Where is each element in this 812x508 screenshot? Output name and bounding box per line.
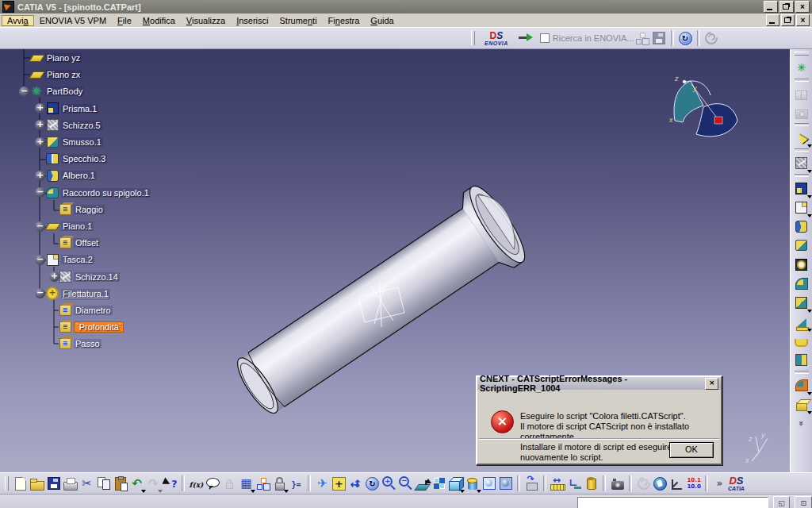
capture-camera-button[interactable] xyxy=(609,475,626,492)
measure-item-button[interactable] xyxy=(566,475,583,492)
error-dialog-title-bar[interactable]: CNEXT - CATScriptErrorMessages - Scripti… xyxy=(477,377,721,390)
tree-expander-collapse[interactable]: − xyxy=(35,187,45,198)
comment-button[interactable] xyxy=(205,475,221,492)
close-button[interactable]: × xyxy=(795,1,810,13)
draft-icon[interactable] xyxy=(792,312,811,331)
menu-avvia[interactable]: Avvia xyxy=(2,15,34,26)
tree-item[interactable]: Raggio xyxy=(74,202,105,217)
globe-navigation-button[interactable] xyxy=(652,475,668,492)
tree-item[interactable]: `Profondità` xyxy=(74,320,124,334)
tree-expander-expand[interactable]: + xyxy=(35,171,45,181)
chamfer-icon[interactable] xyxy=(792,293,811,312)
version-toggle-button[interactable] xyxy=(685,475,702,492)
tree-item-label[interactable]: Piano zx xyxy=(45,70,82,79)
paste-button[interactable] xyxy=(112,475,128,492)
tree-item[interactable]: Prisma.1 xyxy=(61,102,98,116)
toolbar-grip[interactable] xyxy=(471,31,475,45)
pad-icon[interactable] xyxy=(792,179,811,198)
pan-button[interactable] xyxy=(347,475,364,492)
menu-file[interactable]: File xyxy=(112,15,137,26)
fillet-icon[interactable] xyxy=(792,274,811,293)
tree-item[interactable]: Smusso.1 xyxy=(61,135,103,149)
minimize-button[interactable] xyxy=(764,1,778,13)
enovia-sync-icon[interactable] xyxy=(677,30,694,47)
pocket-icon[interactable] xyxy=(792,198,811,217)
groove-icon[interactable] xyxy=(792,236,811,255)
rotate-button[interactable] xyxy=(364,475,381,492)
tree-item[interactable]: Diametro xyxy=(74,303,113,318)
select-cursor-icon[interactable] xyxy=(792,128,811,147)
save-button[interactable] xyxy=(45,475,62,492)
compass-handle[interactable] xyxy=(714,117,722,124)
expand-panel-button[interactable]: ◱ xyxy=(773,496,791,508)
tree-item-label[interactable]: Raggio xyxy=(74,205,105,214)
tree-item-label[interactable]: `Profondità` xyxy=(74,321,124,333)
lock-button[interactable] xyxy=(271,475,288,492)
chamfer-variant-icon[interactable] xyxy=(792,394,811,414)
thickness-icon[interactable] xyxy=(792,350,811,369)
tree-item[interactable]: Piano zx xyxy=(45,67,82,82)
normal-view-button[interactable] xyxy=(414,475,431,492)
tree-expander-expand[interactable]: + xyxy=(49,271,59,282)
tree-item-label[interactable]: Raccordo su spigolo.1 xyxy=(61,188,151,198)
fillet-variant-icon[interactable] xyxy=(792,375,811,394)
tree-expander-collapse[interactable]: − xyxy=(19,87,29,97)
iso-view-button[interactable] xyxy=(447,475,464,492)
doc-minimize-button[interactable] xyxy=(766,14,779,26)
rule-editor-button[interactable] xyxy=(288,475,304,492)
enovia-transfer-icon[interactable] xyxy=(519,33,533,44)
menu-modifica[interactable]: Modifica xyxy=(137,15,181,26)
menu-visualizza[interactable]: Visualizza xyxy=(181,15,231,26)
catia-logo[interactable]: DSCATIA xyxy=(728,475,745,492)
tree-item-label[interactable]: Diametro xyxy=(74,306,113,315)
tree-item-label[interactable]: Smusso.1 xyxy=(61,137,103,147)
new-document-button[interactable] xyxy=(12,475,29,492)
enovia-search-checkbox[interactable] xyxy=(540,33,550,43)
view-mode-edges-button[interactable] xyxy=(497,475,514,492)
enovia-clean-icon[interactable] xyxy=(703,30,720,47)
more-tools-chevron[interactable] xyxy=(792,414,811,433)
whats-this-button[interactable] xyxy=(162,475,178,492)
tree-expander-expand[interactable]: + xyxy=(35,137,45,148)
measure-between-button[interactable] xyxy=(550,475,566,492)
multi-view-button[interactable] xyxy=(431,475,447,492)
toolbar-overflow-chevron[interactable]: » xyxy=(711,475,728,492)
tree-item[interactable]: Albero.1 xyxy=(61,168,97,183)
tree-item[interactable]: Specchio.3 xyxy=(61,152,107,166)
fit-all-in-button[interactable] xyxy=(331,475,347,492)
error-dialog[interactable]: CNEXT - CATScriptErrorMessages - Scripti… xyxy=(476,375,722,465)
shaft-icon[interactable] xyxy=(792,217,811,236)
tree-item[interactable]: Schizzo.14 xyxy=(74,270,120,284)
tree-item[interactable]: PartBody xyxy=(45,84,84,98)
tree-item-label[interactable]: Piano.1 xyxy=(61,221,94,231)
tree-item[interactable]: Raccordo su spigolo.1 xyxy=(61,186,151,200)
viewport-3d[interactable]: z y x z y x Piano yzPiano zx−✳PartBody+P… xyxy=(0,49,812,472)
menu-inserisci[interactable]: Inserisci xyxy=(231,15,274,26)
tree-expander-collapse[interactable]: − xyxy=(35,221,45,232)
tree-item-label[interactable]: Albero.1 xyxy=(61,171,97,180)
tree-item-label[interactable]: Schizzo.14 xyxy=(74,272,120,282)
tree-item[interactable]: Schizzo.5 xyxy=(61,118,102,133)
tree-item[interactable]: Offset xyxy=(74,236,100,250)
tree-item-label[interactable]: Offset xyxy=(74,238,100,248)
tree-expander-expand[interactable]: + xyxy=(35,103,45,114)
doc-restore-button[interactable] xyxy=(781,14,795,26)
cut-button[interactable]: ✂ xyxy=(79,475,95,492)
title-bar[interactable]: CATIA V5 - [spinotto.CATPart] × xyxy=(0,0,812,13)
zoom-out-button[interactable] xyxy=(397,475,414,492)
shell-icon[interactable] xyxy=(792,331,811,350)
tree-item[interactable]: Piano yz xyxy=(45,51,82,65)
design-table-button[interactable]: ▦ xyxy=(238,475,255,492)
tree-item-label[interactable]: Specchio.3 xyxy=(61,154,107,164)
doc-close-button[interactable]: × xyxy=(796,14,810,26)
open-button[interactable] xyxy=(29,475,45,492)
tree-item-label[interactable]: Schizzo.5 xyxy=(61,121,102,130)
mass-properties-button[interactable] xyxy=(583,475,599,492)
tree-item-label[interactable]: Piano yz xyxy=(45,53,82,63)
compass[interactable]: z y x xyxy=(668,75,737,137)
undo-button[interactable]: ↶ xyxy=(128,475,145,492)
sketcher-icon[interactable] xyxy=(792,153,811,172)
error-dialog-close-icon[interactable]: × xyxy=(705,378,718,390)
menu-enovia-v5-vpm[interactable]: ENOVIA V5 VPM xyxy=(34,15,112,26)
tree-item-label[interactable]: Passo xyxy=(74,339,102,348)
